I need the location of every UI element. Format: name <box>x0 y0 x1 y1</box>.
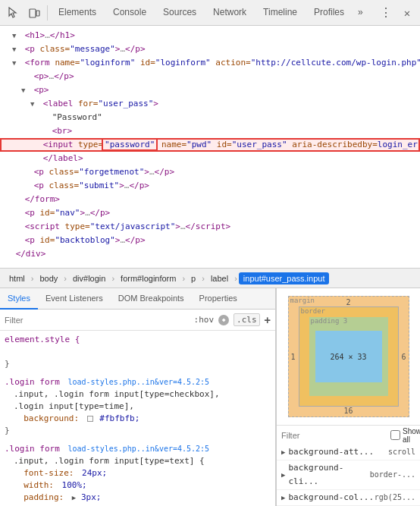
add-style-btn[interactable]: + <box>265 314 271 326</box>
fold-arrow[interactable] <box>12 57 20 69</box>
inspect-icon[interactable] <box>3 3 23 23</box>
bm-margin-right[interactable]: 6 <box>401 353 406 361</box>
css-source-link[interactable]: load-styles.php..in&ver=4.5.2:5 <box>67 378 209 386</box>
computed-prop-background-col[interactable]: ▶ background-col... rgb(25... <box>277 490 420 506</box>
expand-arrow: ▶ <box>281 491 285 504</box>
computed-props-list: ▶ background-att... scroll ▶ background-… <box>277 445 420 506</box>
show-all-checkbox[interactable] <box>390 430 400 440</box>
fold-arrow[interactable] <box>30 98 38 110</box>
expand-arrow[interactable]: ▶ <box>72 494 76 501</box>
expand-arrow: ▶ <box>281 468 285 482</box>
show-all-label[interactable]: Show all <box>390 427 420 444</box>
expand-arrow: ▶ <box>281 445 285 459</box>
breadcrumb-item-div[interactable]: div#login <box>68 272 110 284</box>
tab-dom-breakpoints[interactable]: DOM Breakpoints <box>111 288 192 310</box>
dom-panel: <h1>…</h1> <p class="message">…</p> <for… <box>0 26 420 269</box>
box-model: margin 2 6 16 1 border 1 1 1 1 padding 3 <box>288 296 409 417</box>
bm-margin-top[interactable]: 2 <box>346 298 350 306</box>
fold-arrow[interactable] <box>12 43 20 55</box>
bottom-panels: Styles Event Listeners DOM Breakpoints P… <box>0 288 420 506</box>
tab-overflow[interactable]: » <box>353 0 368 26</box>
device-toolbar-icon[interactable] <box>24 3 44 23</box>
close-devtools-icon[interactable]: ✕ <box>397 3 417 23</box>
computed-prop-background-att[interactable]: ▶ background-att... scroll <box>277 445 420 460</box>
dom-line[interactable]: </form> <box>0 193 420 206</box>
dom-line-input[interactable]: <input type="password" name="pwd" id="us… <box>0 138 420 152</box>
dom-line[interactable]: <p id="nav">…</p> <box>0 206 420 220</box>
tab-properties[interactable]: Properties <box>192 288 245 310</box>
dom-line[interactable]: </label> <box>0 152 420 165</box>
styles-panel: Styles Event Listeners DOM Breakpoints P… <box>0 288 276 506</box>
dot-toggle[interactable]: ◆ <box>218 315 229 325</box>
dom-line[interactable]: <br> <box>0 124 420 138</box>
toolbar-separator-1 <box>47 5 48 20</box>
bm-margin-left[interactable]: 1 <box>291 353 296 361</box>
dom-line[interactable]: <p>…</p> <box>0 70 420 83</box>
svg-rect-0 <box>30 9 36 17</box>
svg-rect-1 <box>36 11 39 16</box>
styles-content: element.style { } .login form load-style… <box>0 331 275 506</box>
css-prop: width: <box>14 480 54 490</box>
tab-console[interactable]: Console <box>105 0 154 26</box>
css-selector[interactable]: element.style { <box>5 335 80 344</box>
dom-line[interactable]: <label for="user_pass"> <box>0 97 420 111</box>
dom-line[interactable]: <p class="message">…</p> <box>0 42 420 56</box>
tab-styles[interactable]: Styles <box>0 288 38 310</box>
computed-filter-bar: Show all <box>277 425 420 445</box>
bm-border-label: border <box>301 307 326 315</box>
css-source-link[interactable]: load-styles.php..in&ver=4.5.2:5 <box>67 445 209 453</box>
tab-sources[interactable]: Sources <box>155 0 204 26</box>
devtools-toolbar: Elements Console Sources Network Timelin… <box>0 0 420 26</box>
dom-line[interactable]: <p class="forgetmenot">…</p> <box>0 165 420 179</box>
dom-line[interactable]: </div> <box>0 247 420 261</box>
fold-arrow[interactable] <box>21 84 29 96</box>
dom-line[interactable]: <p id="backtoblog">…</p> <box>0 234 420 247</box>
color-swatch[interactable] <box>87 416 93 422</box>
dom-line[interactable]: <p class="submit">…</p> <box>0 179 420 193</box>
breadcrumb-item-input[interactable]: input#user_pass.input <box>239 272 330 284</box>
tab-network[interactable]: Network <box>205 0 254 26</box>
hov-toggle[interactable]: :hov <box>194 315 215 325</box>
filter-input[interactable] <box>5 316 190 325</box>
breadcrumb-bar: html › body › div#login › form#loginform… <box>0 269 420 288</box>
css-prop: padding: <box>14 492 64 502</box>
cls-toggle[interactable]: .cls <box>234 313 260 326</box>
css-selector[interactable]: .login form <box>5 444 60 454</box>
box-model-container: margin 2 6 16 1 border 1 1 1 1 padding 3 <box>277 288 420 425</box>
bm-margin-label: margin <box>290 297 315 304</box>
css-prop: background: <box>14 413 79 423</box>
computed-prop-background-cli[interactable]: ▶ background-cli... border-... <box>277 460 420 490</box>
dom-line[interactable]: "Password" <box>0 111 420 124</box>
more-options-icon[interactable]: ⋮ <box>376 3 396 23</box>
tab-profiles[interactable]: Profiles <box>306 0 352 26</box>
breadcrumb-item-label[interactable]: label <box>206 272 233 284</box>
bm-content-size: 264 × 33 <box>330 353 366 361</box>
dom-line[interactable]: <p> <box>0 83 420 97</box>
breadcrumb-item-body[interactable]: body <box>35 272 62 284</box>
dom-line-form[interactable]: <form name="loginform" id="loginform" ac… <box>0 56 420 70</box>
css-block-element-style: element.style { } <box>5 334 271 370</box>
dom-line[interactable]: <script type="text/javascript">…</script… <box>0 220 420 234</box>
breadcrumb-item-p[interactable]: p <box>186 272 200 284</box>
panel-tabs: Styles Event Listeners DOM Breakpoints P… <box>0 288 275 310</box>
bm-padding-label: padding 3 <box>311 317 348 325</box>
css-block-login-form-1: .login form load-styles.php..in&ver=4.5.… <box>5 376 271 437</box>
dom-line[interactable]: <h1>…</h1> <box>0 29 420 42</box>
computed-filter-input[interactable] <box>281 431 386 440</box>
bm-content-layer[interactable]: 264 × 33 <box>315 331 382 382</box>
css-selector[interactable]: .login form <box>5 377 60 387</box>
box-model-panel: margin 2 6 16 1 border 1 1 1 1 padding 3 <box>276 288 420 506</box>
fold-arrow[interactable] <box>12 30 20 42</box>
css-block-login-form-2: .login form load-styles.php..in&ver=4.5.… <box>5 443 271 506</box>
tab-elements[interactable]: Elements <box>51 0 104 26</box>
bm-margin-bottom[interactable]: 16 <box>343 407 353 415</box>
css-prop: font-size: <box>14 468 74 478</box>
tab-event-listeners[interactable]: Event Listeners <box>38 288 111 310</box>
breadcrumb-item-html[interactable]: html <box>5 272 30 284</box>
breadcrumb-item-form[interactable]: form#loginform <box>116 272 180 284</box>
filter-bar: :hov ◆ .cls + <box>0 310 275 331</box>
tab-timeline[interactable]: Timeline <box>255 0 305 26</box>
